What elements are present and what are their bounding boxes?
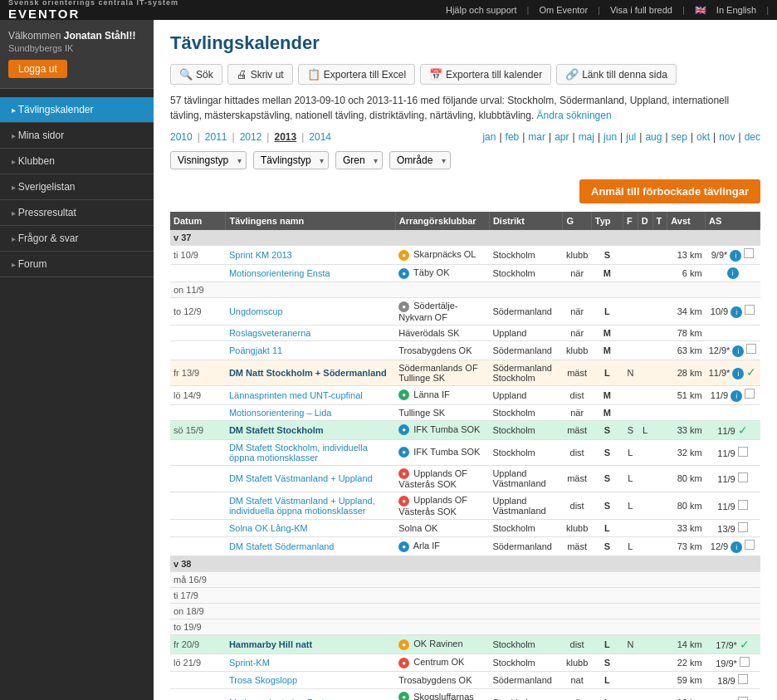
checkbox[interactable]: [738, 697, 748, 700]
checkbox[interactable]: [738, 522, 748, 532]
name-cell: Sprint-KM: [226, 653, 395, 671]
search-button[interactable]: 🔍 Sök: [170, 64, 222, 85]
checkbox[interactable]: [744, 248, 754, 258]
year-2012[interactable]: 2012: [240, 131, 262, 143]
month-nov[interactable]: nov: [719, 131, 735, 143]
avst-cell: 51 km: [667, 385, 706, 404]
checkbox[interactable]: [746, 344, 756, 354]
month-jul[interactable]: jul: [626, 131, 636, 143]
info-icon[interactable]: i: [730, 250, 741, 262]
year-2010[interactable]: 2010: [170, 131, 193, 143]
checkbox[interactable]: [745, 540, 755, 550]
competition-link[interactable]: DM Natt Stockholm + Södermanland: [229, 368, 387, 378]
english-link[interactable]: In English: [716, 5, 756, 15]
competition-link[interactable]: Motionsorientering-Brotorp: [229, 698, 337, 700]
month-dec[interactable]: dec: [745, 131, 760, 143]
gren-filter[interactable]: Gren: [335, 151, 383, 169]
sidebar-item-tavlingskalender[interactable]: Tävlingskalender: [0, 97, 154, 123]
help-link[interactable]: Hjälp och support: [446, 5, 517, 15]
competition-link[interactable]: Motionsorientering Ensta: [229, 268, 330, 278]
top-nav: Hjälp och support | Om Eventor | Visa i …: [446, 5, 769, 16]
checkbox[interactable]: [738, 500, 748, 510]
info-icon[interactable]: i: [727, 267, 739, 279]
competition-link[interactable]: DM Stafett Stockholm: [229, 425, 324, 435]
week-cell: v 38: [170, 556, 760, 571]
sidebar-item-pressresultat[interactable]: Pressresultat: [0, 200, 154, 226]
as-cell: 19/9*: [706, 653, 760, 671]
excel-icon: 📋: [307, 68, 320, 81]
d-cell: [638, 634, 652, 653]
month-apr[interactable]: apr: [555, 131, 569, 143]
competition-link[interactable]: Trosa Skogslopp: [229, 675, 297, 685]
change-search-link[interactable]: Ändra sökningen: [537, 110, 612, 121]
info-icon[interactable]: i: [732, 368, 744, 379]
competition-link[interactable]: Hammarby Hill natt: [229, 639, 312, 649]
year-2014[interactable]: 2014: [309, 131, 331, 143]
club-icon: ●: [398, 496, 409, 507]
competition-link[interactable]: Roslagsveteranerna: [229, 328, 310, 338]
register-button[interactable]: Anmäl till förbockade tävlingar: [579, 179, 760, 203]
competition-link[interactable]: Motionsorientering – Lida: [229, 408, 332, 418]
t-cell: [652, 420, 667, 439]
competition-link[interactable]: Poängjakt 11: [229, 345, 282, 355]
year-2011[interactable]: 2011: [205, 131, 227, 143]
as-cell: 11/9 ✓: [706, 420, 760, 439]
sidebar-item-mina-sidor[interactable]: Mina sidor: [0, 123, 154, 149]
excel-button[interactable]: 📋 Exportera till Excel: [298, 64, 415, 85]
checkbox[interactable]: [738, 447, 748, 457]
logout-button[interactable]: Logga ut: [8, 60, 67, 78]
checkbox[interactable]: [745, 389, 755, 399]
info-icon[interactable]: i: [731, 541, 742, 553]
date-cell: [170, 340, 226, 360]
competition-link[interactable]: DM Stafett Stockholm, individuella öppna…: [229, 443, 368, 463]
sidebar-item-fragor-svar[interactable]: Frågor & svar: [0, 226, 154, 252]
t-cell: [652, 465, 667, 492]
competition-link[interactable]: Ungdomscup: [229, 306, 283, 316]
month-okt[interactable]: okt: [696, 131, 710, 143]
link-button[interactable]: 🔗 Länk till denna sida: [556, 64, 677, 85]
info-icon[interactable]: i: [732, 345, 744, 357]
as-cell: 17/9* ✓: [706, 634, 760, 653]
print-button[interactable]: 🖨 Skriv ut: [227, 64, 293, 85]
checkbox[interactable]: [740, 657, 750, 667]
club-icon: ●: [398, 268, 409, 279]
info-icon[interactable]: i: [731, 306, 742, 318]
info-icon[interactable]: i: [731, 390, 742, 402]
competition-link[interactable]: Solna OK Lång-KM: [229, 523, 308, 533]
sidebar-item-sverigelistan[interactable]: Sverigelistan: [0, 174, 154, 200]
month-jan[interactable]: jan: [482, 131, 496, 143]
month-sep[interactable]: sep: [672, 131, 687, 143]
club-cell: ● Södertälje-Nykvarn OF: [395, 298, 489, 326]
g-cell: mäst: [563, 420, 591, 439]
checkbox[interactable]: [738, 674, 748, 684]
about-link[interactable]: Om Eventor: [539, 5, 588, 15]
month-mar[interactable]: mar: [528, 131, 545, 143]
visningstyp-filter[interactable]: Visningstyp: [170, 151, 247, 169]
d-cell: [638, 492, 652, 520]
competition-link[interactable]: Sprint KM 2013: [229, 250, 292, 260]
tavlingstyp-filter[interactable]: Tävlingstyp: [253, 151, 329, 169]
as-cell: 19/9: [706, 688, 760, 700]
month-aug[interactable]: aug: [645, 131, 662, 143]
sidebar-item-klubben[interactable]: Klubben: [0, 149, 154, 174]
as-cell: 11/9 i: [706, 385, 760, 404]
t-cell: [652, 688, 667, 700]
month-maj[interactable]: maj: [579, 131, 594, 143]
checkbox[interactable]: [738, 472, 748, 482]
competition-link[interactable]: DM Stafett Västmanland + Uppland, indivi…: [229, 496, 375, 516]
calendar-button[interactable]: 📅 Exportera till kalender: [420, 64, 551, 85]
competition-link[interactable]: DM Stafett Västmanland + Uppland: [229, 473, 373, 483]
sidebar-item-forum[interactable]: Forum: [0, 252, 154, 277]
month-feb[interactable]: feb: [506, 131, 520, 143]
typ-cell: M: [591, 385, 623, 404]
fullwidth-link[interactable]: Visa i full bredd: [610, 5, 672, 15]
d-cell: [638, 653, 652, 671]
competition-link[interactable]: DM Stafett Södermanland: [229, 541, 335, 551]
competition-link[interactable]: Lännasprinten med UNT-cupfinal: [229, 390, 363, 400]
table-row: ti 10/9 Sprint KM 2013 ● Skarpnäcks OL S…: [170, 246, 760, 265]
competition-link[interactable]: Sprint-KM: [229, 658, 270, 668]
checkbox[interactable]: [745, 305, 755, 315]
club-cell: ● Skogsluffarnas OK: [395, 688, 489, 700]
month-jun[interactable]: jun: [604, 131, 617, 143]
omrade-filter[interactable]: Område: [389, 151, 451, 169]
